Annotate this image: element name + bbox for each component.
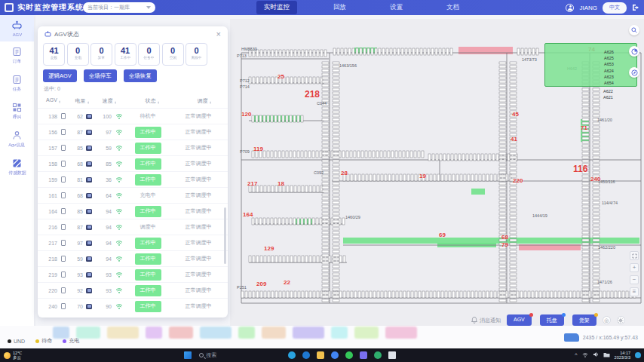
volume-icon[interactable] — [593, 351, 599, 359]
column-header-AGV[interactable]: AGV▲▼ — [38, 97, 69, 104]
layer-chip-托盘[interactable]: 托盘 — [540, 314, 564, 326]
notepad-icon[interactable] — [388, 351, 396, 359]
doc-cell — [57, 303, 69, 309]
pill-app-icon[interactable] — [374, 351, 382, 359]
button-全场停车[interactable]: 全场停车 — [84, 69, 117, 82]
sidebar-item-订单[interactable]: 订单 — [0, 41, 34, 69]
sidebar-item-Agv信息[interactable]: Agv信息 — [0, 125, 34, 153]
button-全场恢复[interactable]: 全场恢复 — [124, 69, 157, 82]
sort-icon[interactable]: ▲▼ — [209, 100, 211, 104]
map-canvas[interactable]: 2521812011921718281916412920922696879220… — [230, 19, 644, 326]
show-desktop-button[interactable] — [635, 352, 641, 358]
stat-box-离线中: 0离线中 — [186, 43, 207, 66]
logout-icon[interactable] — [632, 4, 639, 11]
sort-icon[interactable]: ▲▼ — [87, 100, 89, 104]
map-search-icon[interactable] — [629, 25, 639, 35]
agv-marker-69[interactable]: 69 — [439, 232, 446, 238]
agv-marker-218[interactable]: 218 — [305, 90, 320, 99]
agv-marker-209[interactable]: 209 — [256, 281, 266, 287]
agv-marker-28[interactable]: 28 — [341, 170, 348, 176]
table-row[interactable]: 2168794调度中正常调度中 — [38, 219, 228, 235]
agv-marker-116[interactable]: 116 — [573, 164, 587, 173]
sort-icon[interactable]: ▲▼ — [58, 100, 60, 104]
legend-label: 充电 — [69, 337, 79, 345]
telegram-icon[interactable] — [288, 351, 296, 359]
start-button[interactable] — [184, 351, 192, 359]
language-button[interactable]: 中文 — [603, 2, 627, 14]
tray-expand-icon[interactable]: ^ — [575, 352, 577, 358]
nav-item-回放[interactable]: 回放 — [326, 1, 354, 14]
locate-button[interactable]: ◎ — [603, 316, 611, 324]
notification-group[interactable]: 消息通知 — [471, 317, 501, 324]
agv-marker-19[interactable]: 19 — [419, 173, 426, 179]
map-settings-button[interactable] — [617, 316, 625, 324]
map-compass-icon[interactable] — [629, 67, 639, 78]
project-select[interactable]: 当前项目：一期库 — [83, 2, 155, 13]
table-row[interactable]: 13862100待机中正常调度中 — [38, 108, 228, 124]
dispatch-status: 正常调度中 — [169, 271, 228, 278]
zoom-in-icon[interactable]: + — [630, 263, 639, 272]
sidebar-item-呼叫[interactable]: 呼叫 — [0, 97, 34, 125]
column-header-状态[interactable]: 状态▲▼ — [124, 97, 181, 105]
folder-icon[interactable] — [317, 351, 324, 359]
sort-icon[interactable]: ▲▼ — [157, 100, 159, 104]
agv-marker-120[interactable]: 120 — [241, 112, 251, 118]
sidebar-item-传感数据[interactable]: 传感数据 — [0, 153, 34, 181]
weather-widget[interactable]: 12℃ 多云 — [4, 351, 22, 360]
agv-marker-68[interactable]: 68 — [501, 235, 508, 241]
agv-marker-164[interactable]: 164 — [243, 212, 253, 218]
agv-marker-45[interactable]: 45 — [512, 112, 519, 118]
agv-marker-25[interactable]: 25 — [278, 74, 284, 80]
table-row[interactable]: 2179794工作中正常调度中 — [38, 235, 228, 250]
table-row[interactable]: 1598136工作中正常调度中 — [38, 171, 228, 187]
sort-icon[interactable]: ▲▼ — [114, 100, 116, 104]
sidebar-item-任务[interactable]: 任务 — [0, 69, 34, 97]
ie-icon[interactable] — [302, 351, 310, 359]
nav-item-文档[interactable]: 文档 — [439, 1, 467, 14]
table-row[interactable]: 2209293工作中正常调度中 — [38, 282, 228, 298]
chrome-icon[interactable] — [331, 351, 339, 359]
purple-app-icon[interactable] — [360, 351, 367, 359]
table-row[interactable]: 2407090工作中正常调度中 — [38, 298, 228, 314]
table-row[interactable]: 1648594工作中正常调度中 — [38, 203, 228, 219]
agv-marker-41[interactable]: 41 — [511, 137, 517, 143]
sidebar-item-AGV[interactable]: AGV — [0, 15, 34, 41]
table-row[interactable]: 1568797工作中正常调度中 — [38, 124, 228, 140]
layer-chip-AGV[interactable]: AGV — [507, 314, 532, 326]
table-row[interactable]: 2185994工作中正常调度中 — [38, 250, 228, 266]
table-row[interactable]: 1616864充电中正常调度中 — [38, 187, 228, 203]
speed-value: 94 — [95, 256, 112, 262]
close-icon[interactable]: × — [216, 30, 221, 38]
map-stats-icon[interactable] — [629, 46, 639, 57]
agv-marker-217[interactable]: 217 — [247, 181, 257, 187]
agv-marker-119[interactable]: 119 — [253, 146, 263, 152]
button-逻辑AGV[interactable]: 逻辑AGV — [43, 69, 77, 82]
chip-cell — [83, 209, 95, 214]
chip-badge — [594, 313, 598, 317]
agv-marker-22[interactable]: 22 — [284, 280, 290, 286]
agv-marker-18[interactable]: 18 — [278, 181, 284, 187]
column-header-速度[interactable]: 速度▲▼ — [95, 97, 124, 105]
taskbar-clock[interactable]: 14:17 2023/3/3 — [615, 351, 630, 360]
layer-chip-货架[interactable]: 货架 — [572, 314, 596, 326]
nav-item-设置[interactable]: 设置 — [382, 1, 410, 14]
network-icon[interactable] — [582, 352, 588, 359]
nav-item-实时监控[interactable]: 实时监控 — [256, 1, 297, 14]
agv-marker-79[interactable]: 79 — [501, 242, 508, 248]
layers-icon[interactable]: ≡ — [630, 287, 639, 296]
column-header-电量[interactable]: 电量▲▼ — [69, 97, 95, 105]
folder-tray-icon[interactable] — [603, 352, 610, 359]
table-row[interactable]: 1586885工作中正常调度中 — [38, 155, 228, 171]
fullscreen-icon[interactable] — [630, 251, 639, 260]
table-row[interactable]: 2199393工作中正常调度中 — [38, 266, 228, 282]
taskbar-search[interactable]: 搜索 — [199, 351, 216, 359]
table-row[interactable]: 1578559工作中正常调度中 — [38, 140, 228, 155]
watermark-blob — [169, 327, 193, 339]
agv-marker-129[interactable]: 129 — [264, 246, 274, 252]
agv-marker-71[interactable]: 71 — [581, 125, 587, 131]
table-scrollbar[interactable] — [224, 207, 226, 264]
agv-marker-220[interactable]: 220 — [513, 178, 523, 184]
zoom-out-icon[interactable]: − — [630, 275, 639, 284]
green-app-icon[interactable] — [345, 351, 353, 359]
column-header-调度[interactable]: 调度▲▼ — [181, 97, 228, 105]
